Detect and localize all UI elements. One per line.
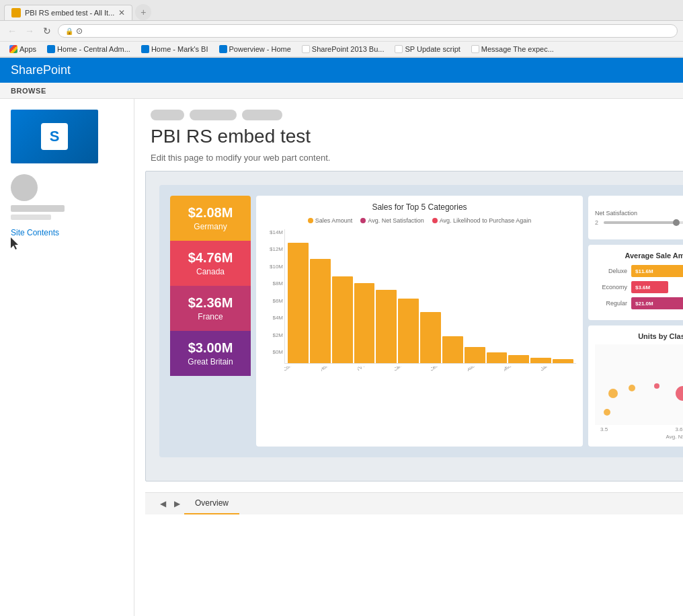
tab-overview[interactable]: Overview [184, 493, 239, 514]
avg-value-deluxe: $11.6M [635, 268, 653, 274]
bookmark-sharepoint-bu[interactable]: SharePoint 2013 Bu... [298, 44, 389, 54]
bookmark-powerview[interactable]: Powerview - Home [215, 44, 295, 54]
y-label-8m: $8M [263, 280, 283, 286]
bar-8 [442, 336, 463, 363]
chart-wrapper: $14M $12M $10M $8M $6M $4M $2M $0M [263, 229, 576, 371]
chart-area [284, 229, 576, 364]
avg-value-regular: $21.0M [635, 301, 653, 307]
france-name: France [177, 312, 244, 321]
x-axis-labels: Computers Home Appliances TV and Video C… [284, 364, 576, 371]
scatter-x-label-2: 3.6 [675, 426, 682, 432]
tab-next-button[interactable]: ▶ [170, 496, 184, 511]
bar-1 [288, 243, 309, 363]
y-label-10m: $10M [263, 264, 283, 270]
bookmark-apps-label: Apps [19, 45, 36, 53]
user-name-placeholder [11, 205, 65, 212]
forward-button[interactable]: → [23, 24, 36, 38]
tab-prev-button[interactable]: ◀ [156, 496, 170, 511]
sp-header-title: SharePoint [11, 63, 71, 77]
legend-dot-likelihood [432, 218, 438, 223]
scatter-area [595, 344, 683, 425]
x-label-cell: Cell Phones [431, 367, 467, 371]
page-subtitle: Edit this page to modify your web part c… [151, 153, 683, 163]
back-button[interactable]: ← [5, 24, 19, 38]
avg-row-deluxe: Deluxe $11.6M [595, 265, 683, 277]
canada-name: Canada [177, 267, 244, 276]
tab-close-button[interactable]: ✕ [118, 8, 125, 17]
scatter-dot-10 [604, 409, 610, 416]
page-layout: S Site Contents PBI RS embed test Edit t… [0, 99, 683, 616]
user-role-placeholder [11, 215, 51, 220]
bar-3 [332, 276, 353, 363]
right-panel: Net Satisfaction 2 5 [588, 196, 683, 447]
bar-chart-panel: Sales for Top 5 Categories Sales Amount … [256, 196, 583, 447]
gauge-slider[interactable] [604, 221, 683, 224]
avg-sale-card: Average Sale Amount by Class Deluxe $11.… [588, 245, 683, 320]
y-axis-labels: $14M $12M $10M $8M $6M $4M $2M $0M [263, 229, 283, 355]
legend-avg-satisfaction: Avg. Net Satisfaction [360, 217, 424, 224]
country-card-canada[interactable]: $4.76M Canada [170, 241, 251, 286]
tab-favicon [11, 8, 21, 17]
britain-value: $3.00M [177, 340, 244, 356]
browser-chrome: PBI RS embed test - All It... ✕ + ← → ↻ … [0, 0, 683, 58]
dashboard: $2.08M Germany $4.76M Canada $2.36M Fran… [159, 185, 683, 457]
country-card-britain[interactable]: $3.00M Great Britain [170, 331, 251, 376]
legend-sales-amount: Sales Amount [308, 217, 353, 224]
scatter-x-axis-label: Avg. NSAT [595, 434, 683, 440]
legend-label-sales: Sales Amount [315, 217, 353, 224]
avg-label-regular: Regular [595, 300, 627, 307]
avg-row-economy: Economy $3.6M [595, 281, 683, 293]
bar-chart-title: Sales for Top 5 Categories [263, 202, 576, 212]
legend-likelihood: Avg. Likelihood to Purchase Again [432, 217, 531, 224]
apps-favicon [9, 45, 17, 53]
country-card-germany[interactable]: $2.08M Germany [170, 196, 251, 241]
net-satisfaction-card: Net Satisfaction 2 5 [588, 196, 683, 239]
bookmark-marks-bi[interactable]: Home - Mark's BI [137, 44, 212, 54]
address-bar[interactable]: 🔒 ⊙ [58, 24, 678, 38]
avg-sale-title: Average Sale Amount by Class [595, 252, 683, 260]
x-label-computers: Computers [284, 367, 320, 371]
bar-5 [376, 290, 397, 363]
site-contents-link[interactable]: Site Contents [11, 228, 123, 237]
lock-icon: 🔒 [65, 28, 73, 35]
bookmarks-bar: Apps Home - Central Adm... Home - Mark's… [0, 41, 683, 57]
x-label-audio: Audio [468, 367, 504, 371]
scatter-x-axis: 3.5 3.6 3.7 [595, 426, 683, 432]
y-label-4m: $4M [263, 315, 283, 321]
scatter-x-label-1: 3.5 [600, 426, 608, 432]
germany-name: Germany [177, 222, 244, 231]
scatter-card: Units by Class & Brand [588, 325, 683, 447]
main-content: PBI RS embed test Edit this page to modi… [134, 99, 683, 616]
avg-bar-economy: $3.6M [631, 281, 668, 293]
legend-label-satisfaction: Avg. Net Satisfaction [368, 217, 424, 224]
reload-button[interactable]: ↻ [40, 24, 54, 38]
page-header: PBI RS embed test Edit this page to modi… [134, 99, 683, 171]
legend-dot-sales [308, 218, 313, 223]
germany-value: $2.08M [177, 205, 244, 221]
bookmark-central-admin[interactable]: Home - Central Adm... [43, 44, 134, 54]
bookmark-marks-label: Home - Mark's BI [151, 45, 208, 53]
net-satisfaction-row: Net Satisfaction 2 5 [595, 202, 683, 233]
x-label-home-app: Home Appliances [321, 367, 357, 371]
bar-7 [420, 312, 441, 363]
bar-13 [553, 359, 573, 363]
canada-value: $4.76M [177, 250, 244, 266]
bookmark-sp-update[interactable]: SP Update script [391, 44, 464, 54]
bar-9 [465, 347, 485, 363]
bookmark-message[interactable]: Message The expec... [467, 44, 558, 54]
bookmark-apps[interactable]: Apps [5, 44, 40, 54]
browser-tab[interactable]: PBI RS embed test - All It... ✕ [4, 5, 132, 20]
gauge-fill [604, 221, 676, 224]
bookmark-sp-label: SharePoint 2013 Bu... [312, 45, 385, 53]
avg-bar-container-regular: $21.0M [631, 297, 683, 309]
bookmark-message-label: Message The expec... [481, 45, 554, 53]
y-label-12m: $12M [263, 246, 283, 252]
cursor-icon [11, 237, 20, 251]
doc-favicon-3 [471, 45, 479, 53]
country-card-france[interactable]: $2.36M France [170, 286, 251, 331]
breadcrumb-item-1 [151, 110, 184, 120]
y-label-2m: $2M [263, 332, 283, 338]
x-label-games: Games and Toys [541, 367, 577, 371]
sp-favicon-1 [47, 45, 55, 53]
new-tab-button[interactable]: + [135, 4, 151, 20]
